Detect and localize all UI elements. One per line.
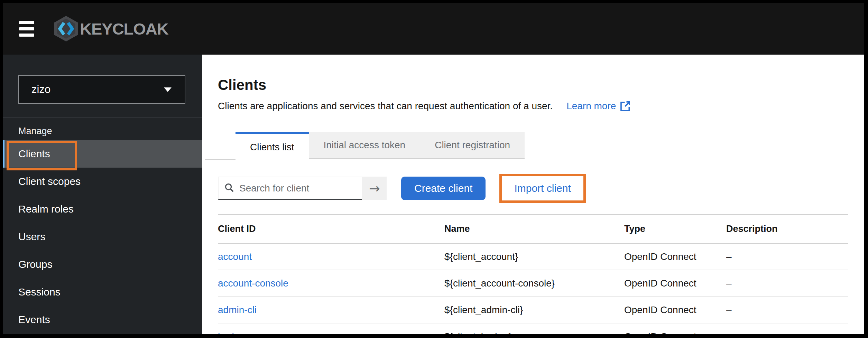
chevron-down-icon <box>164 87 172 92</box>
cell-description: – <box>726 243 848 270</box>
sidebar-item-label: Events <box>18 314 50 326</box>
realm-selector-value: zizo <box>31 83 50 96</box>
app-header: KEYCLOAK <box>3 3 864 55</box>
sidebar-item-label: Clients <box>18 148 50 160</box>
cell-description: – <box>726 323 848 334</box>
table-row: account-console${client_account-console}… <box>218 270 848 297</box>
cell-description: – <box>726 270 848 297</box>
keycloak-logo[interactable]: KEYCLOAK <box>54 15 168 42</box>
cell-type: OpenID Connect <box>624 323 726 334</box>
sidebar-item-sessions[interactable]: Sessions <box>3 278 202 306</box>
tab-initial-access-token[interactable]: Initial access token <box>309 132 420 159</box>
table-row: account${client_account}OpenID Connect– <box>218 243 848 270</box>
page-title: Clients <box>218 76 864 94</box>
cell-type: OpenID Connect <box>624 270 726 297</box>
page-description: Clients are applications and services th… <box>218 100 864 113</box>
search-submit-button[interactable]: → <box>362 177 387 200</box>
toolbar: → Create client Import client <box>218 171 848 206</box>
cell-name: ${client_account} <box>444 243 624 270</box>
sidebar-item-events[interactable]: Events <box>3 306 202 334</box>
menu-toggle-button[interactable] <box>19 21 34 37</box>
tab-client-registration[interactable]: Client registration <box>420 132 525 159</box>
column-header-client-id: Client ID <box>218 215 444 243</box>
table-row: broker${client_broker}OpenID Connect– <box>218 323 848 334</box>
main-content: Clients Clients are applications and ser… <box>202 55 864 334</box>
cell-client-id: account <box>218 243 444 270</box>
cell-name: ${client_broker} <box>444 323 624 334</box>
column-header-type: Type <box>624 215 726 243</box>
column-header-description: Description <box>726 215 848 243</box>
sidebar-item-client-scopes[interactable]: Client scopes <box>3 168 202 195</box>
sidebar-divider <box>3 117 202 118</box>
external-link-icon <box>619 100 631 112</box>
app-frame: KEYCLOAK zizo Manage ClientsClient scope… <box>3 3 864 334</box>
cell-description: – <box>726 297 848 323</box>
client-link[interactable]: broker <box>218 331 245 334</box>
import-client-button[interactable]: Import client <box>514 182 571 194</box>
tabs: Clients listInitial access tokenClient r… <box>205 132 525 160</box>
sidebar: zizo Manage ClientsClient scopesRealm ro… <box>3 55 202 334</box>
page-description-text: Clients are applications and services th… <box>218 100 553 113</box>
table-row: admin-cli${client_admin-cli}OpenID Conne… <box>218 297 848 323</box>
sidebar-item-groups[interactable]: Groups <box>3 251 202 278</box>
search-icon <box>224 182 234 194</box>
client-link[interactable]: account-console <box>218 278 288 289</box>
sidebar-item-label: Client scopes <box>18 176 81 187</box>
tab-clients-list[interactable]: Clients list <box>236 132 309 160</box>
annotation-box-import-client: Import client <box>499 174 585 203</box>
clients-table: Client IDNameTypeDescription account${cl… <box>218 214 848 334</box>
arrow-right-icon: → <box>369 181 380 196</box>
search-input[interactable] <box>239 183 362 194</box>
create-client-button[interactable]: Create client <box>401 177 486 200</box>
client-link[interactable]: admin-cli <box>218 304 257 315</box>
cell-type: OpenID Connect <box>624 243 726 270</box>
sidebar-item-label: Groups <box>18 259 52 270</box>
realm-selector[interactable]: zizo <box>18 75 185 104</box>
sidebar-nav: ClientsClient scopesRealm rolesUsersGrou… <box>3 140 202 334</box>
cell-name: ${client_admin-cli} <box>444 297 624 323</box>
learn-more-link[interactable]: Learn more <box>566 100 631 113</box>
sidebar-item-realm-roles[interactable]: Realm roles <box>3 195 202 223</box>
nav-group-label: Manage <box>18 126 202 137</box>
cell-client-id: broker <box>218 323 444 334</box>
sidebar-item-clients[interactable]: Clients <box>3 140 202 168</box>
cell-name: ${client_account-console} <box>444 270 624 297</box>
cell-client-id: admin-cli <box>218 297 444 323</box>
keycloak-hexagon-icon <box>54 15 79 42</box>
sidebar-item-users[interactable]: Users <box>3 223 202 251</box>
sidebar-item-label: Realm roles <box>18 203 74 215</box>
logo-text: KEYCLOAK <box>80 19 168 38</box>
cell-type: OpenID Connect <box>624 297 726 323</box>
cell-client-id: account-console <box>218 270 444 297</box>
sidebar-item-label: Sessions <box>18 286 61 298</box>
client-link[interactable]: account <box>218 251 252 262</box>
search-box <box>218 177 362 200</box>
search-group: → <box>218 177 387 200</box>
sidebar-item-label: Users <box>18 231 45 243</box>
column-header-name: Name <box>444 215 624 243</box>
